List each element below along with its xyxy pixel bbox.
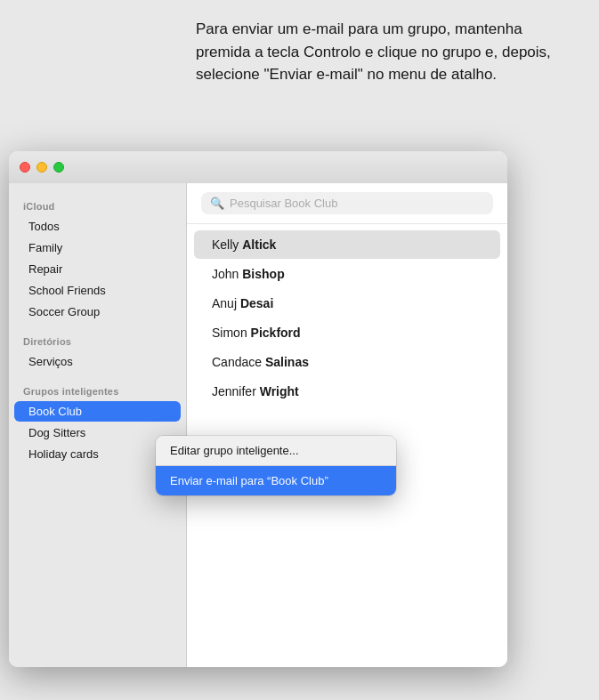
contact-first-name: Candace bbox=[212, 355, 265, 369]
contact-first-name: Simon bbox=[212, 326, 251, 340]
search-bar-area: 🔍 Pesquisar Book Club bbox=[187, 183, 507, 224]
contact-first-name: Anuj bbox=[212, 296, 240, 310]
sidebar-item-book-club[interactable]: Book Club bbox=[14, 401, 181, 422]
icloud-section-label: iCloud bbox=[9, 194, 186, 215]
minimize-button[interactable] bbox=[36, 162, 47, 173]
directories-section-label: Diretórios bbox=[9, 329, 186, 350]
sidebar-item-family[interactable]: Family bbox=[14, 237, 181, 258]
sidebar-item-soccer-group[interactable]: Soccer Group bbox=[14, 302, 181, 322]
mac-window: iCloud Todos Family Repair School Friend… bbox=[9, 151, 507, 667]
smart-groups-section-label: Grupos inteligentes bbox=[9, 379, 186, 400]
contact-last-name: Desai bbox=[240, 296, 273, 310]
contact-item[interactable]: Candace Salinas bbox=[194, 348, 500, 376]
sidebar-item-servicos[interactable]: Serviços bbox=[14, 351, 181, 372]
contact-item[interactable]: Anuj Desai bbox=[194, 289, 500, 318]
close-button[interactable] bbox=[20, 162, 30, 173]
context-menu: Editar grupo inteligente... Enviar e-mai… bbox=[156, 436, 396, 495]
window-body: iCloud Todos Family Repair School Friend… bbox=[9, 183, 507, 667]
sidebar-item-repair[interactable]: Repair bbox=[14, 259, 181, 279]
contact-first-name: Kelly bbox=[212, 237, 242, 252]
search-bar[interactable]: 🔍 Pesquisar Book Club bbox=[201, 192, 493, 214]
contact-last-name: Wright bbox=[260, 384, 299, 398]
search-placeholder: Pesquisar Book Club bbox=[230, 197, 337, 210]
contact-item[interactable]: Jennifer Wright bbox=[194, 377, 500, 406]
contact-last-name: Altick bbox=[242, 237, 276, 252]
contact-first-name: John bbox=[212, 267, 242, 281]
main-content: 🔍 Pesquisar Book Club Kelly Altick John … bbox=[187, 183, 507, 667]
contact-item[interactable]: Kelly Altick bbox=[194, 230, 500, 259]
title-bar bbox=[9, 151, 507, 183]
contact-item[interactable]: John Bishop bbox=[194, 260, 500, 288]
sidebar-item-school-friends[interactable]: School Friends bbox=[14, 280, 181, 301]
sidebar: iCloud Todos Family Repair School Friend… bbox=[9, 183, 187, 667]
contact-last-name: Bishop bbox=[242, 267, 284, 281]
contact-first-name: Jennifer bbox=[212, 384, 260, 398]
context-menu-edit-smart-group[interactable]: Editar grupo inteligente... bbox=[156, 436, 396, 465]
contact-last-name: Pickford bbox=[251, 326, 301, 340]
traffic-lights bbox=[20, 162, 64, 173]
contact-item[interactable]: Simon Pickford bbox=[194, 318, 500, 347]
contact-last-name: Salinas bbox=[265, 355, 309, 369]
context-menu-send-email[interactable]: Enviar e-mail para “Book Club” bbox=[156, 466, 396, 495]
search-icon: 🔍 bbox=[210, 197, 224, 210]
maximize-button[interactable] bbox=[53, 162, 64, 173]
instruction-text: Para enviar um e-mail para um grupo, man… bbox=[187, 9, 587, 95]
sidebar-item-todos[interactable]: Todos bbox=[14, 216, 181, 237]
